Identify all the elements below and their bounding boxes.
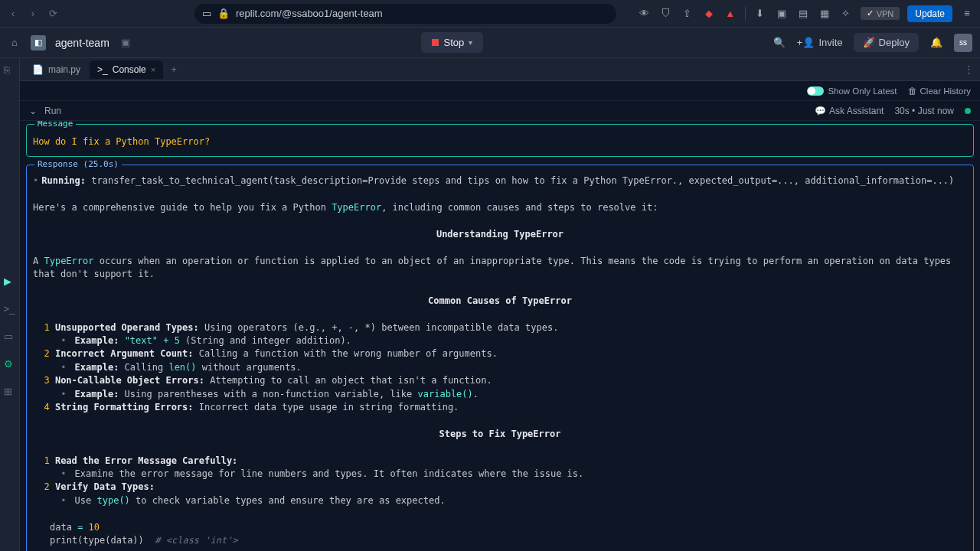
play-icon[interactable]: ▶ — [4, 276, 16, 288]
run-timestamp: 30s • Just now — [894, 106, 954, 116]
message-label: Message — [34, 121, 76, 130]
forward-arrow-icon[interactable]: › — [26, 7, 40, 21]
home-icon[interactable]: ⌂ — [8, 36, 21, 50]
ext-2-icon[interactable]: ▲ — [724, 7, 737, 21]
tab-menu-icon[interactable]: ⋮ — [962, 63, 975, 77]
lock-icon: 🔒 — [217, 8, 230, 19]
run-label: Run — [44, 106, 61, 116]
calendar-icon[interactable]: ▦ — [818, 7, 831, 21]
vpn-badge[interactable]: ✓VPN — [861, 7, 900, 20]
response-box: Response (25.0s) •Running: transfer_task… — [26, 165, 974, 551]
browser-chrome: ‹ › ⟳ ▭ 🔒 replit.com/@ssaboo1/agent-team… — [0, 0, 980, 28]
status-dot-icon — [965, 108, 971, 114]
reader-icon[interactable]: ▤ — [796, 7, 810, 21]
layout-icon[interactable]: ▣ — [119, 36, 132, 50]
person-add-icon: +👤 — [797, 37, 815, 48]
menu-icon[interactable]: ≡ — [960, 7, 974, 21]
share-icon[interactable]: ⇧ — [681, 7, 694, 21]
run-header: ⌄ Run 💬 Ask Assistant 30s • Just now — [20, 101, 980, 121]
panel-icon[interactable]: ▣ — [775, 7, 789, 21]
url-bar[interactable]: ▭ 🔒 replit.com/@ssaboo1/agent-team — [194, 4, 616, 24]
clear-history-button[interactable]: 🗑 Clear History — [908, 86, 971, 96]
url-text: replit.com/@ssaboo1/agent-team — [236, 8, 383, 19]
console-output: Message How do I fix a Python TypeError?… — [20, 121, 980, 551]
ask-assistant-button[interactable]: 💬 Ask Assistant — [815, 106, 884, 116]
add-tab-button[interactable]: + — [165, 62, 183, 77]
file-icon: 📄 — [32, 64, 44, 75]
trash-icon: 🗑 — [908, 86, 917, 96]
message-box: Message How do I fix a Python TypeError? — [26, 124, 974, 157]
chat-icon: 💬 — [815, 106, 826, 116]
apps-icon[interactable]: ⊞ — [4, 386, 16, 398]
app-header: ⌂ ◧ agent-team ▣ Stop ▾ 🔍 +👤Invite 🚀Depl… — [0, 28, 980, 58]
bell-icon[interactable]: 🔔 — [929, 36, 943, 50]
heading-steps: Steps to Fix TypeError — [33, 428, 967, 441]
shell-icon[interactable]: >_ — [4, 303, 16, 315]
download-icon[interactable]: ⬇ — [753, 7, 767, 21]
invite-button[interactable]: +👤Invite — [797, 37, 843, 48]
console-tab-icon: >_ — [97, 64, 108, 75]
stop-icon — [432, 39, 439, 46]
close-icon[interactable]: × — [151, 65, 155, 74]
search-icon[interactable]: 🔍 — [773, 36, 786, 50]
sparkle-icon[interactable]: ✧ — [839, 7, 853, 21]
response-label: Response (25.0s) — [34, 158, 122, 171]
reload-icon[interactable]: ⟳ — [46, 7, 60, 21]
toggle-switch-icon — [807, 86, 824, 96]
stop-button[interactable]: Stop ▾ — [421, 32, 483, 53]
bookmark-icon[interactable]: ▭ — [202, 8, 211, 19]
left-rail: ⎘ ▶ >_ ▭ ⚙ ⊞ — [0, 58, 20, 551]
tab-bar: 📄 main.py >_ Console × + ⋮ — [20, 58, 980, 81]
eye-icon[interactable]: 👁 — [638, 7, 652, 21]
console-toolbar: Show Only Latest 🗑 Clear History — [20, 81, 980, 101]
files-icon[interactable]: ⎘ — [4, 64, 16, 77]
tab-main-py[interactable]: 📄 main.py — [24, 60, 88, 79]
back-arrow-icon[interactable]: ‹ — [6, 7, 20, 21]
gear-icon[interactable]: ⚙ — [4, 358, 16, 370]
console-icon[interactable]: ▭ — [4, 331, 16, 343]
ext-1-icon[interactable]: ◆ — [702, 7, 716, 21]
chevron-down-icon: ▾ — [469, 38, 472, 47]
avatar[interactable]: ss — [954, 34, 972, 52]
replit-logo-icon: ◧ — [31, 35, 46, 51]
tab-console[interactable]: >_ Console × — [90, 60, 163, 79]
chevron-down-icon[interactable]: ⌄ — [29, 106, 37, 116]
project-name: agent-team — [55, 37, 109, 49]
shield-icon[interactable]: ⛉ — [659, 7, 673, 21]
heading-common: Common Causes of TypeError — [33, 295, 967, 308]
update-button[interactable]: Update — [907, 5, 952, 22]
show-latest-toggle[interactable]: Show Only Latest — [807, 86, 897, 96]
deploy-button[interactable]: 🚀Deploy — [854, 33, 919, 52]
message-text: How do I fix a Python TypeError? — [27, 125, 973, 156]
browser-icons-group: 👁 ⛉ ⇧ ◆ ▲ ⬇ ▣ ▤ ▦ ✧ ✓VPN Update ≡ — [638, 5, 974, 22]
heading-understanding: Understanding TypeError — [33, 228, 967, 241]
rocket-icon: 🚀 — [863, 37, 875, 48]
